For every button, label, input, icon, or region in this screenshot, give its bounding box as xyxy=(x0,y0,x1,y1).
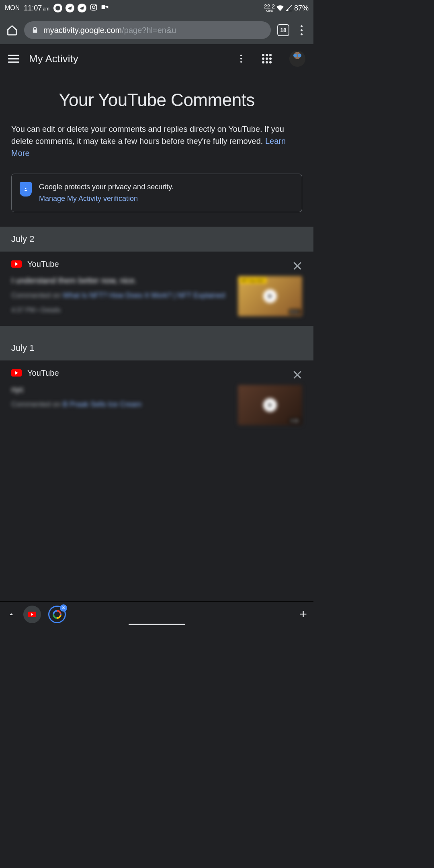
page-more-button[interactable] xyxy=(236,54,246,63)
youtube-tab-button[interactable] xyxy=(23,606,41,623)
svg-rect-3 xyxy=(102,5,105,9)
close-tab-badge[interactable]: ✕ xyxy=(60,604,67,612)
outlook-icon xyxy=(101,3,109,13)
page-title: Your YouTube Comments xyxy=(11,73,302,123)
telegram-icon xyxy=(66,4,74,12)
browser-toolbar: myactivity.google.com/page?hl=en&u 18 xyxy=(0,16,313,44)
svg-point-2 xyxy=(95,5,96,6)
svg-point-5 xyxy=(25,188,27,189)
video-link[interactable]: What Is NFT? How Does It Work? | NFT Exp… xyxy=(63,291,225,299)
instagram-icon xyxy=(90,3,98,13)
account-avatar[interactable] xyxy=(289,51,305,67)
date-header-july-1: July 1 xyxy=(0,336,313,360)
telegram-icon-2 xyxy=(78,4,86,12)
delete-button[interactable] xyxy=(293,369,302,379)
commented-on: Commented on B Praak Sells Ice Cream xyxy=(11,399,231,410)
signal-icon: x xyxy=(285,4,293,12)
shield-icon xyxy=(20,182,32,197)
google-tab-button[interactable]: ✕ xyxy=(48,606,66,623)
video-thumbnail[interactable]: NFT Kya Hai? 8:11 xyxy=(238,276,302,316)
date-header-july-2: July 2 xyxy=(0,227,313,252)
whatsapp-icon xyxy=(53,4,62,12)
video-link[interactable]: B Praak Sells Ice Cream xyxy=(63,400,141,408)
privacy-text: Google protects your privacy and securit… xyxy=(39,181,174,193)
tab-switcher[interactable]: 18 xyxy=(277,24,289,36)
details-link[interactable]: Details xyxy=(41,307,61,313)
page-description: You can edit or delete your comments and… xyxy=(11,123,302,159)
privacy-card: Google protects your privacy and securit… xyxy=(11,174,302,212)
browser-menu-button[interactable] xyxy=(296,25,307,36)
home-indicator xyxy=(129,624,185,625)
main-content: Your YouTube Comments You can edit or de… xyxy=(0,73,313,212)
url-path: /page?hl=en&u xyxy=(122,26,176,35)
url-domain: myactivity.google.com xyxy=(43,26,122,35)
wifi-icon xyxy=(276,4,284,12)
manage-verification-link[interactable]: Manage My Activity verification xyxy=(39,193,174,205)
source-label: YouTube xyxy=(27,368,59,378)
app-header: My Activity xyxy=(0,44,313,73)
youtube-icon xyxy=(11,260,22,268)
google-icon xyxy=(53,610,61,619)
url-bar[interactable]: myactivity.google.com/page?hl=en&u xyxy=(24,21,271,39)
status-time: 11:07 xyxy=(24,4,42,12)
comment-text: I understand them better now, nice. xyxy=(11,276,231,285)
new-tab-button[interactable]: + xyxy=(299,607,307,622)
google-apps-button[interactable] xyxy=(262,54,272,63)
svg-point-1 xyxy=(92,6,95,9)
youtube-icon xyxy=(11,369,22,377)
activity-item: YouTube I understand them better now, ni… xyxy=(0,252,313,326)
item-meta: 4:37 PM • Details xyxy=(11,307,231,314)
status-ampm: am xyxy=(43,6,49,12)
comment-text: nyc xyxy=(11,385,231,394)
video-thumbnail[interactable]: 5:50 xyxy=(238,385,302,425)
bottom-tab-bar: ✕ + xyxy=(0,601,313,627)
android-status-bar: MON 11:07 am 22.2 KB/S x 87% xyxy=(0,0,313,16)
status-day: MON xyxy=(5,4,20,12)
app-title: My Activity xyxy=(29,53,227,65)
commented-on: Commented on What Is NFT? How Does It Wo… xyxy=(11,290,231,301)
expand-tabs-button[interactable] xyxy=(6,610,16,619)
battery-percent: 87% xyxy=(294,4,309,12)
delete-button[interactable] xyxy=(293,260,302,270)
network-speed: 22.2 KB/S xyxy=(264,4,275,12)
lock-icon xyxy=(31,27,39,34)
activity-item: YouTube nyc Commented on B Praak Sells I… xyxy=(0,360,313,435)
source-label: YouTube xyxy=(27,260,59,269)
menu-button[interactable] xyxy=(8,55,19,63)
home-button[interactable] xyxy=(6,25,18,36)
